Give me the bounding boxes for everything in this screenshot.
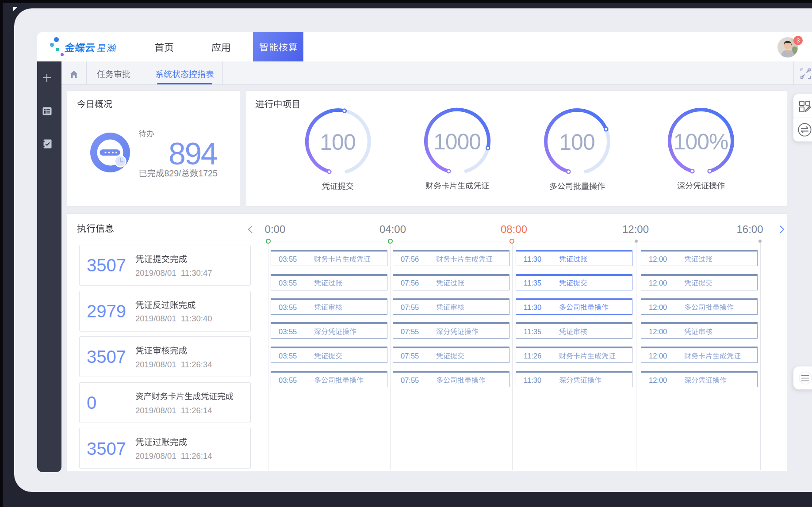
svg-text:1725: 1725 xyxy=(198,168,218,178)
svg-text:829/: 829/ xyxy=(164,168,181,178)
